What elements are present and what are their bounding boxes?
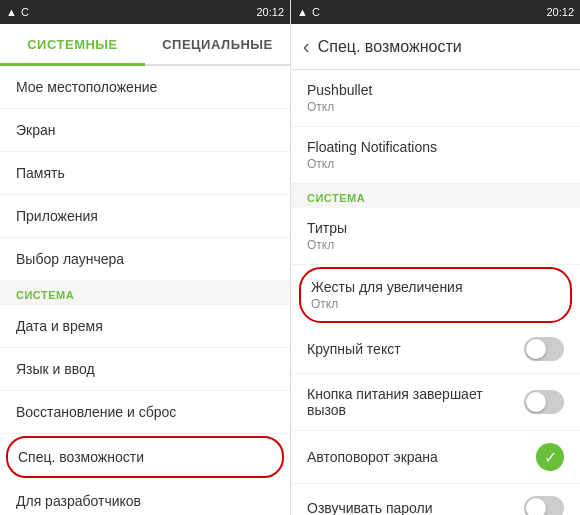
right-item-floating-notifications[interactable]: Floating Notifications Откл xyxy=(291,127,580,184)
speak-passwords-row: Озвучивать пароли xyxy=(307,496,564,515)
menu-item-restore[interactable]: Восстановление и сброс xyxy=(0,391,290,434)
right-item-power-button[interactable]: Кнопка питания завершает вызов xyxy=(291,374,580,431)
right-carrier-icon: C xyxy=(312,6,320,18)
tab-system[interactable]: СИСТЕМНЫЕ xyxy=(0,24,145,64)
right-content-list: Pushbullet Откл Floating Notifications О… xyxy=(291,70,580,515)
left-carrier-icon: C xyxy=(21,6,29,18)
back-button[interactable]: ‹ xyxy=(303,35,310,58)
menu-item-location[interactable]: Мое местоположение xyxy=(0,66,290,109)
menu-item-memory[interactable]: Память xyxy=(0,152,290,195)
right-status-bar: ▲ C 20:12 xyxy=(291,0,580,24)
left-status-icons-right: 20:12 xyxy=(256,6,284,18)
menu-item-launcher[interactable]: Выбор лаунчера xyxy=(0,238,290,281)
right-item-gestures[interactable]: Жесты для увеличения Откл xyxy=(299,267,572,323)
right-panel: ▲ C 20:12 ‹ Спец. возможности Pushbullet… xyxy=(290,0,580,515)
menu-item-apps[interactable]: Приложения xyxy=(0,195,290,238)
menu-item-accessibility[interactable]: Спец. возможности xyxy=(6,436,284,478)
left-section-system: СИСТЕМА xyxy=(0,281,290,305)
speak-passwords-toggle[interactable] xyxy=(524,496,564,515)
large-text-toggle[interactable] xyxy=(524,337,564,361)
power-button-toggle[interactable] xyxy=(524,390,564,414)
right-item-pushbullet[interactable]: Pushbullet Откл xyxy=(291,70,580,127)
tab-special[interactable]: СПЕЦИАЛЬНЫЕ xyxy=(145,24,290,64)
right-item-auto-rotate[interactable]: Автоповорот экрана ✓ xyxy=(291,431,580,484)
right-header: ‹ Спец. возможности xyxy=(291,24,580,70)
left-signal-icon: ▲ xyxy=(6,6,17,18)
large-text-row: Крупный текст xyxy=(307,337,564,361)
tab-bar: СИСТЕМНЫЕ СПЕЦИАЛЬНЫЕ xyxy=(0,24,290,66)
right-time: 20:12 xyxy=(546,6,574,18)
right-header-title: Спец. возможности xyxy=(318,38,462,56)
right-item-large-text[interactable]: Крупный текст xyxy=(291,325,580,374)
power-button-row: Кнопка питания завершает вызов xyxy=(307,386,564,418)
menu-item-screen[interactable]: Экран xyxy=(0,109,290,152)
left-status-bar: ▲ C 20:12 xyxy=(0,0,290,24)
right-status-icons-left: ▲ C xyxy=(297,6,320,18)
right-section-system: СИСТЕМА xyxy=(291,184,580,208)
menu-item-datetime[interactable]: Дата и время xyxy=(0,305,290,348)
auto-rotate-checkmark[interactable]: ✓ xyxy=(536,443,564,471)
menu-item-language[interactable]: Язык и ввод xyxy=(0,348,290,391)
right-signal-icon: ▲ xyxy=(297,6,308,18)
menu-item-developer[interactable]: Для разработчиков xyxy=(0,480,290,515)
left-panel: ▲ C 20:12 СИСТЕМНЫЕ СПЕЦИАЛЬНЫЕ Мое мест… xyxy=(0,0,290,515)
right-item-captions[interactable]: Титры Откл xyxy=(291,208,580,265)
left-menu-list: Мое местоположение Экран Память Приложен… xyxy=(0,66,290,515)
auto-rotate-row: Автоповорот экрана ✓ xyxy=(307,443,564,471)
right-status-icons-right: 20:12 xyxy=(546,6,574,18)
left-time: 20:12 xyxy=(256,6,284,18)
right-item-speak-passwords[interactable]: Озвучивать пароли xyxy=(291,484,580,515)
left-status-icons-left: ▲ C xyxy=(6,6,29,18)
